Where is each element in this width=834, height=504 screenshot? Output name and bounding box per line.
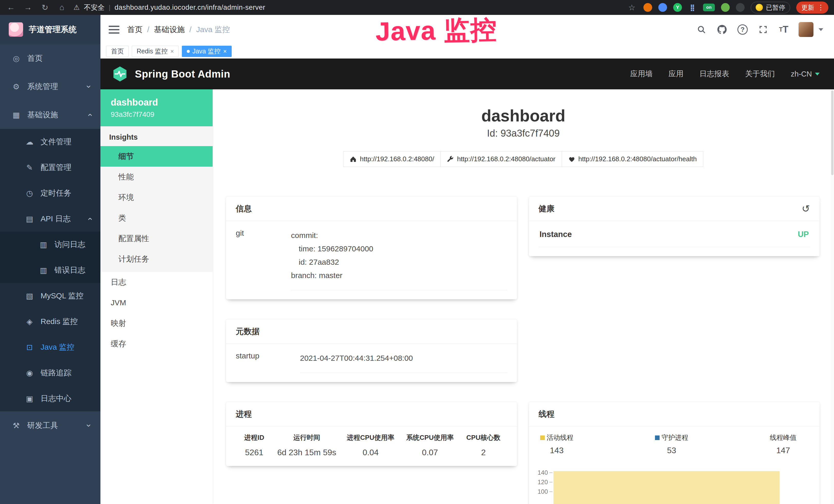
forward-icon[interactable]: → bbox=[23, 3, 34, 12]
sidebar-item-access-logs[interactable]: ▥ 访问日志 bbox=[0, 232, 101, 257]
sidebar-item-infrastructure[interactable]: ▦ 基础设施 › bbox=[0, 101, 101, 129]
threads-chart: 140 120 100 bbox=[529, 460, 799, 504]
avatar[interactable] bbox=[798, 22, 813, 37]
extension-icon-leaf[interactable] bbox=[721, 3, 730, 12]
sidebar-item-redis-monitor[interactable]: ◈ Redis 监控 bbox=[0, 308, 101, 334]
page-title: dashboard bbox=[213, 106, 834, 125]
app-header: 首页 / 基础设施 / Java 监控 ? bbox=[101, 15, 834, 44]
spring-boot-admin: Spring Boot Admin 应用墙 应用 日志报表 关于我们 zh-CN bbox=[101, 59, 834, 504]
sidebar-item-error-logs[interactable]: ▥ 错误日志 bbox=[0, 257, 101, 283]
admin-sidebar: 芋道管理系统 ◎ 首页 ⚙ 系统管理 › ▦ 基础设施 › bbox=[0, 15, 101, 504]
extension-icon-grid[interactable]: ⣿ bbox=[688, 3, 697, 12]
info-card: 信息 git commit: time: 1596289704000 id: 2… bbox=[226, 197, 517, 299]
scrollbar[interactable] bbox=[831, 89, 834, 504]
close-icon[interactable]: × bbox=[223, 48, 227, 55]
sidebar-item-system-management[interactable]: ⚙ 系统管理 › bbox=[0, 72, 101, 101]
sidebar-item-dev-tools[interactable]: ⚒ 研发工具 › bbox=[0, 411, 101, 439]
column-header: 进程ID bbox=[236, 433, 272, 442]
sidebar-item-log-center[interactable]: ▣ 日志中心 bbox=[0, 386, 101, 411]
process-pid: 5261 bbox=[236, 448, 272, 457]
breadcrumb-item[interactable]: 基础设施 bbox=[154, 24, 185, 35]
address-divider: | bbox=[109, 4, 110, 12]
threads-card-header: 线程 bbox=[529, 402, 820, 427]
reload-icon[interactable]: ↻ bbox=[40, 3, 50, 12]
paused-label: 已暂停 bbox=[766, 3, 785, 12]
sidebar-item-api-logs[interactable]: ▤ API 日志 › bbox=[0, 206, 101, 232]
sidebar-item-java-monitor[interactable]: ⊡ Java 监控 bbox=[0, 334, 101, 360]
help-icon[interactable]: ? bbox=[737, 24, 748, 35]
sba-nav-wallboard[interactable]: 应用墙 bbox=[630, 69, 653, 79]
font-size-icon[interactable]: TT bbox=[778, 24, 789, 35]
emoji-face-icon bbox=[756, 4, 763, 11]
browser-menu-icon[interactable]: ⋮ bbox=[817, 3, 824, 12]
back-icon[interactable]: ← bbox=[6, 3, 17, 12]
sidebar-item-label: 错误日志 bbox=[54, 265, 85, 275]
link-label: http://192.168.0.2:48080/actuator bbox=[457, 155, 555, 163]
sba-sidebar-item-scheduled[interactable]: 计划任务 bbox=[101, 249, 213, 269]
metadata-card-header: 元数据 bbox=[226, 319, 517, 344]
avatar-caret-icon[interactable] bbox=[818, 28, 823, 31]
sidebar-item-config-management[interactable]: ✎ 配置管理 bbox=[0, 155, 101, 180]
sba-nav-about[interactable]: 关于我们 bbox=[745, 69, 775, 79]
process-cpu: 0.04 bbox=[341, 448, 400, 457]
health-link[interactable]: http://192.168.0.2:48080/actuator/health bbox=[562, 151, 703, 167]
sidebar-item-file-management[interactable]: ☁ 文件管理 bbox=[0, 129, 101, 155]
language-label: zh-CN bbox=[791, 70, 812, 78]
extension-icon-puzzle[interactable] bbox=[736, 3, 745, 12]
logo[interactable]: 芋道管理系统 bbox=[0, 15, 101, 44]
y-tick-140: 140 bbox=[537, 469, 548, 476]
sba-sidebar-item-config-props[interactable]: 配置属性 bbox=[101, 228, 213, 249]
fullscreen-icon[interactable] bbox=[758, 24, 769, 35]
card-title: 元数据 bbox=[236, 326, 260, 337]
close-icon[interactable]: × bbox=[170, 48, 174, 55]
sba-nav-journal[interactable]: 日志报表 bbox=[699, 69, 729, 79]
tab-redis-monitor[interactable]: Redis 监控 × bbox=[132, 46, 179, 57]
sba-body: dashboard 93a3fc7f7409 Insights 细节 性能 环境… bbox=[101, 89, 834, 504]
actuator-link[interactable]: http://192.168.0.2:48080/actuator bbox=[440, 151, 562, 167]
paused-badge[interactable]: 已暂停 bbox=[751, 2, 790, 13]
bookmark-star-icon[interactable]: ☆ bbox=[627, 3, 637, 12]
sba-sidebar-item-jvm[interactable]: JVM bbox=[101, 293, 213, 313]
chevron-down-icon: › bbox=[84, 424, 94, 427]
sba-sidebar-item-metrics[interactable]: 性能 bbox=[101, 167, 213, 187]
sba-sidebar-item-mappings[interactable]: 映射 bbox=[101, 313, 213, 334]
sba-sidebar-item-details[interactable]: 细节 bbox=[101, 146, 213, 167]
timer-icon: ◷ bbox=[25, 189, 35, 198]
sidebar-item-label: API 日志 bbox=[41, 214, 71, 224]
sba-sidebar-item-environment[interactable]: 环境 bbox=[101, 187, 213, 208]
sba-nav-applications[interactable]: 应用 bbox=[668, 69, 683, 79]
extension-icon-on[interactable]: on bbox=[703, 4, 715, 11]
legend-swatch-blue bbox=[655, 435, 660, 440]
address-bar[interactable]: ⚠ 不安全 | dashboard.yudao.iocoder.cn/infra… bbox=[73, 3, 620, 12]
sba-sidebar-item-caches[interactable]: 缓存 bbox=[101, 334, 213, 354]
language-selector[interactable]: zh-CN bbox=[791, 70, 820, 78]
search-icon[interactable] bbox=[696, 24, 707, 35]
tab-java-monitor[interactable]: Java 监控 × bbox=[182, 46, 232, 57]
health-card: 健康 ↺ Instance UP bbox=[529, 197, 820, 256]
tools-icon: ⚒ bbox=[11, 421, 21, 430]
github-icon[interactable] bbox=[716, 24, 728, 35]
extension-icon-y[interactable]: Y bbox=[673, 3, 682, 12]
process-table-headers: 进程ID 运行时间 进程CPU使用率 系统CPU使用率 CPU核心数 bbox=[236, 433, 507, 442]
history-icon[interactable]: ↺ bbox=[802, 204, 810, 214]
sba-sidebar-item-logs[interactable]: 日志 bbox=[101, 272, 213, 293]
extension-icon-drop[interactable] bbox=[658, 3, 667, 12]
instance-url-link[interactable]: http://192.168.0.2:48080/ bbox=[343, 151, 440, 167]
breadcrumb-item[interactable]: 首页 bbox=[127, 24, 142, 35]
tab-home[interactable]: 首页 bbox=[106, 46, 129, 57]
system-cpu: 0.07 bbox=[400, 448, 460, 457]
info-value: commit: time: 1596289704000 id: 27aa832 … bbox=[291, 229, 507, 290]
scrollbar-thumb[interactable] bbox=[831, 90, 833, 175]
sidebar-item-mysql-monitor[interactable]: ▧ MySQL 监控 bbox=[0, 283, 101, 308]
sba-sidebar-item-classes[interactable]: 类 bbox=[101, 208, 213, 228]
update-button[interactable]: 更新 ⋮ bbox=[796, 2, 828, 14]
java-monitor-icon: ⊡ bbox=[25, 343, 35, 352]
sidebar-item-home[interactable]: ◎ 首页 bbox=[0, 44, 101, 72]
instance-header[interactable]: dashboard 93a3fc7f7409 bbox=[101, 89, 213, 126]
sidebar-item-trace[interactable]: ◉ 链路追踪 bbox=[0, 360, 101, 386]
sidebar-item-scheduled-tasks[interactable]: ◷ 定时任务 bbox=[0, 180, 101, 206]
edit-icon: ✎ bbox=[25, 163, 35, 172]
hamburger-icon[interactable] bbox=[109, 26, 119, 33]
extension-icon-orange[interactable] bbox=[643, 3, 652, 12]
browser-home-icon[interactable]: ⌂ bbox=[57, 3, 67, 12]
